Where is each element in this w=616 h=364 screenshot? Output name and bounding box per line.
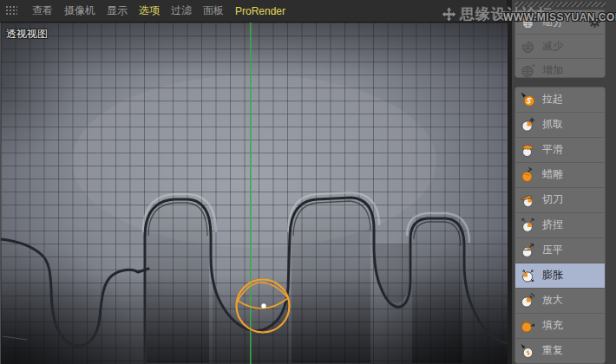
amplify-icon [520,292,536,309]
tool-subdivide[interactable]: 细分 [515,10,605,35]
menu-display[interactable]: 显示 [107,3,128,18]
brush-group: 拉起 抓取 平滑 [514,87,606,364]
flatten-icon [520,242,536,258]
tool-smooth[interactable]: 平滑 [515,138,605,163]
tool-pinch[interactable]: 挤捏 [515,213,605,238]
tool-label: 填充 [542,318,601,333]
tool-fill[interactable]: 填充 [515,314,605,339]
decrease-icon [520,38,536,55]
menu-view[interactable]: 查看 [32,3,53,18]
sculpt-tool-palette: 细分 [512,0,616,364]
wax-icon [520,166,536,183]
tool-label: 蜡雕 [542,167,601,182]
tool-label: 平滑 [542,142,601,157]
tool-repeat[interactable]: 重复 [515,339,605,364]
gear-icon[interactable] [588,16,601,29]
tool-label: 抓取 [542,117,601,132]
tool-increase[interactable]: 增加 [515,59,605,77]
tool-knife[interactable]: 切刀 [515,188,605,213]
inflate-icon [520,267,536,283]
application-window: 查看 摄像机 显示 选项 过滤 面板 ProRender [0,0,616,364]
tool-inflate[interactable]: 膨胀 [515,263,605,289]
tool-label: 膨胀 [542,268,601,283]
tool-label: 压平 [542,243,601,257]
perspective-viewport[interactable]: 透视视图 [0,23,508,364]
subdivide-icon [520,14,536,30]
smooth-icon [520,141,536,158]
viewport-canvas [1,23,508,364]
repeat-icon [520,342,536,359]
pull-icon [520,91,536,107]
tool-label: 重复 [542,343,601,358]
menu-camera[interactable]: 摄像机 [64,3,95,18]
menu-filter[interactable]: 过滤 [171,3,192,18]
tool-wax[interactable]: 蜡雕 [515,163,605,188]
tool-label: 切刀 [542,192,601,207]
increase-icon [520,62,536,77]
viewport-label: 透视视图 [6,27,48,42]
tool-flatten[interactable]: 压平 [515,238,605,263]
tool-label: 增加 [542,63,601,77]
tool-decrease[interactable]: 减少 [515,35,605,59]
menubar-grip-icon[interactable] [5,5,17,16]
tool-amplify[interactable]: 放大 [515,289,605,314]
y-axis-line [250,23,252,364]
tool-label: 拉起 [542,92,601,107]
menu-prorender[interactable]: ProRender [235,5,285,17]
tool-grab[interactable]: 抓取 [515,113,605,138]
tool-label: 挤捏 [542,218,601,232]
tool-label: 放大 [542,293,601,308]
tool-pull[interactable]: 拉起 [515,88,605,113]
palette-drag-handle[interactable] [514,2,606,7]
knife-icon [520,192,536,208]
menu-panel[interactable]: 面板 [203,3,224,18]
grab-icon [520,116,536,133]
viewport-menubar: 查看 摄像机 显示 选项 过滤 面板 ProRender [0,0,507,23]
menu-options[interactable]: 选项 [139,3,160,18]
tool-label: 细分 [542,15,582,29]
fill-icon [520,317,536,334]
pinch-icon [520,217,536,233]
brush-center-dot [261,303,265,308]
subdivision-group: 细分 [514,10,606,77]
tool-label: 减少 [542,39,601,54]
